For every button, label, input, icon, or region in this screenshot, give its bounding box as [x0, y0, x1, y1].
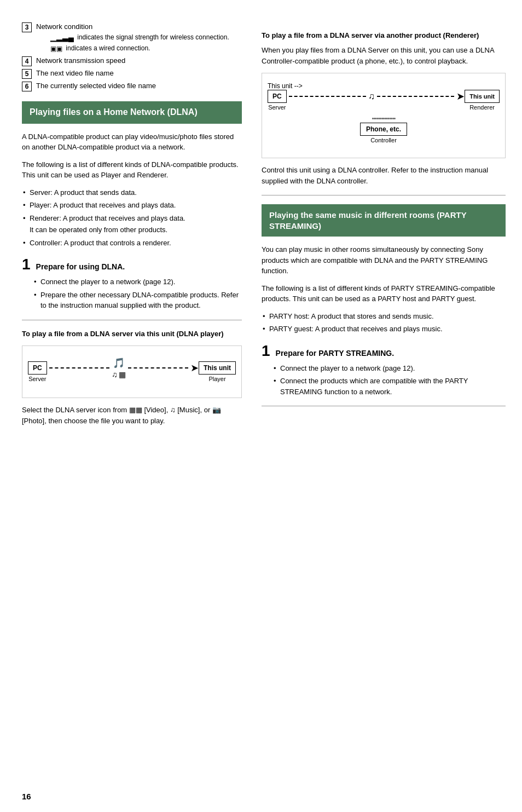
arrow-right-r: ➤ — [456, 90, 465, 102]
party-step1-bullet1: Connect the player to a network (page 12… — [272, 363, 506, 374]
video-icon-inline: ▦▦ — [129, 406, 142, 414]
this-unit-right: This unit Player — [199, 361, 236, 382]
party-step1-title: Prepare for PARTY STREAMING. — [276, 348, 395, 358]
page-number: 16 — [22, 792, 31, 801]
party-intro2: The following is a list of different kin… — [262, 283, 506, 304]
renderer-note: It can be operated only from other produ… — [30, 224, 242, 235]
divider1 — [22, 320, 242, 320]
list-item-4: 4 Network transmission speed — [22, 56, 242, 66]
controller-label: Controller — [370, 137, 397, 143]
renderer-caption: Control this unit using a DLNA controlle… — [262, 165, 506, 186]
player-diagram-inner: PC Server 🎵 ♫ ▦ ➤ — [28, 353, 236, 391]
dlna-intro2: The following is a list of different kin… — [22, 159, 242, 181]
divider3 — [262, 406, 506, 406]
renderer-label-r: Renderer — [469, 104, 495, 111]
player-label: Player — [208, 376, 225, 382]
phone-box: Phone, etc. — [360, 123, 407, 136]
dlna-step1-title: Prepare for using DLNA. — [36, 262, 125, 272]
this-unit-box-r: This unit — [465, 90, 500, 103]
signal-icon: ▁▂▃▄ — [50, 32, 74, 43]
party-step1-bullet2: Connect the products which are compatibl… — [272, 376, 506, 397]
renderer-diagram: This unit --> PC Server ♫ ➤ This unit — [262, 73, 506, 158]
item3-sub2: ▣▣ indicates a wired connection. — [50, 43, 229, 54]
bullet-renderer: Renderer: A product that receives and pl… — [22, 213, 242, 235]
dlna-section-header: Playing files on a Home Network (DLNA) — [22, 101, 242, 124]
renderer-subhead: To play a file from a DLNA server via an… — [262, 31, 506, 41]
party-section-header: Playing the same music in different room… — [262, 204, 506, 237]
num-box-4: 4 — [22, 56, 32, 66]
server-label-r: Server — [268, 104, 286, 111]
dlna-step1-bullets: Connect the player to a network (page 12… — [22, 277, 242, 311]
num-box-5: 5 — [22, 69, 32, 79]
controller-row: ••••••••••••••• Phone, etc. Controller — [268, 115, 500, 143]
photo-icon-inline: 📷 — [212, 406, 221, 414]
step1-bullet2: Prepare the other necessary DLNA-compati… — [33, 290, 242, 311]
dlna-step1-header: 1 Prepare for using DLNA. — [22, 257, 242, 272]
party-step1-bullets: Connect the player to a network (page 12… — [262, 363, 506, 398]
party-bullet-list: PARTY host: A product that stores and se… — [262, 311, 506, 335]
pc-label-r: PC — [268, 90, 287, 103]
party-intro1: You can play music in other rooms simult… — [262, 244, 506, 277]
pc-box-r: PC Server — [268, 90, 287, 111]
dlna-bullet-list: Server: A product that sends data. Playe… — [22, 187, 242, 249]
divider2 — [262, 195, 506, 195]
party-bullet-guest: PARTY guest: A product that receives and… — [262, 324, 506, 335]
list-item-3: 3 Network condition ▁▂▃▄ indicates the s… — [22, 22, 242, 54]
music-icon-inline: ♫ — [170, 406, 176, 414]
select-text: Select the DLNA server icon from ▦▦ [Vid… — [22, 405, 242, 426]
this-unit-box: This unit — [199, 361, 236, 375]
this-unit-r: This unit Renderer — [465, 90, 500, 111]
list-item-6: 6 The currently selected video file name — [22, 81, 242, 91]
bullet-player: Player: A product that receives and play… — [22, 200, 242, 211]
num-box-6: 6 — [22, 82, 32, 91]
pc-server-left: PC Server — [28, 361, 47, 382]
list-item-5: 5 The next video file name — [22, 68, 242, 79]
photo-icon: 🎵 — [113, 357, 125, 369]
num-box-3: 3 — [22, 22, 32, 32]
wired-icon: ▣▣ — [50, 44, 62, 54]
dlna-intro1: A DLNA-compatible product can play video… — [22, 131, 242, 153]
party-bullet-host: PARTY host: A product that stores and se… — [262, 311, 506, 322]
pc-box: PC — [28, 361, 47, 375]
step1-bullet1: Connect the player to a network (page 12… — [33, 277, 242, 287]
center-icons: 🎵 ♫ ▦ — [112, 357, 126, 379]
renderer-body: When you play files from a DLNA Server o… — [262, 45, 506, 66]
renderer-top-row: PC Server ♫ ➤ This unit Renderer — [268, 90, 500, 111]
party-step1-header: 1 Prepare for PARTY STREAMING. — [262, 343, 506, 359]
player-diagram: PC Server 🎵 ♫ ▦ ➤ — [22, 345, 242, 398]
item3-label: Network condition — [36, 22, 92, 31]
phone-controller: ••••••••••••••• Phone, etc. Controller — [360, 115, 407, 143]
arrow-right: ➤ — [190, 362, 199, 374]
music-icon: ♫ — [112, 370, 118, 379]
music-icon-r: ♫ — [368, 91, 375, 101]
bullet-controller: Controller: A product that controls a re… — [22, 238, 242, 249]
bullet-server: Server: A product that sends data. — [22, 187, 242, 198]
player-subhead: To play a file from a DLNA server via th… — [22, 329, 242, 339]
video-icon: ▦ — [119, 370, 126, 379]
numbered-list: 3 Network condition ▁▂▃▄ indicates the s… — [22, 22, 242, 91]
dotted-arrows: ••••••••••••••• — [372, 115, 396, 122]
icon-row: ♫ ▦ — [112, 370, 126, 379]
server-label: Server — [28, 376, 46, 382]
item3-sub1: ▁▂▃▄ indicates the signal strength for w… — [50, 32, 229, 43]
renderer-diagram-inner: This unit --> PC Server ♫ ➤ This unit — [268, 80, 500, 151]
